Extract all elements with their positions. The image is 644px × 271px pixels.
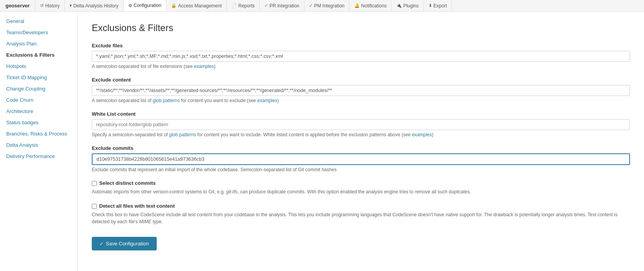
plugins-icon: 🔌 xyxy=(396,3,402,8)
page-title: Exclusions & Filters xyxy=(92,23,630,33)
nav-access-management[interactable]: 🔒 Access Management xyxy=(166,0,227,11)
whitelist-glob-link[interactable]: glob patterns xyxy=(169,132,196,137)
detect-all-files-row: Detect all files with text content xyxy=(92,203,630,209)
top-nav: geoserver ↺ History ▾ Delta Analysis His… xyxy=(0,0,644,12)
exclude-files-examples-link[interactable]: examples xyxy=(194,64,214,69)
nav-export[interactable]: ⬇ Export xyxy=(424,0,452,11)
pm-integration-icon: ✓ xyxy=(309,3,313,8)
whitelist-examples-link[interactable]: examples xyxy=(412,132,432,137)
sidebar-item-teams-developers[interactable]: Teams/Developers xyxy=(0,27,77,38)
access-management-icon: 🔒 xyxy=(171,3,177,8)
exclude-files-input[interactable] xyxy=(92,51,630,62)
select-distinct-section: Select distinct commits Automatic import… xyxy=(92,180,630,195)
sidebar-item-branches-risks-process[interactable]: Branches, Risks & Process xyxy=(0,128,77,139)
exclude-content-help: A semicolon-separated list of glob patte… xyxy=(92,98,630,103)
sidebar: General Teams/Developers Analysis Plan E… xyxy=(0,12,78,271)
main-layout: General Teams/Developers Analysis Plan E… xyxy=(0,12,644,271)
whitelist-content-input[interactable] xyxy=(92,119,630,130)
sidebar-item-architecture[interactable]: Architecture xyxy=(0,106,77,117)
sidebar-item-code-churn[interactable]: Code Churn xyxy=(0,94,77,106)
exclude-commits-section: Exclude commits Exclude commits that rep… xyxy=(92,145,630,172)
exclude-content-examples-link[interactable]: examples xyxy=(257,98,277,103)
select-distinct-label[interactable]: Select distinct commits xyxy=(99,180,156,186)
nav-reports[interactable]: 📄 Reports xyxy=(227,0,260,11)
select-distinct-checkbox[interactable] xyxy=(92,181,97,186)
save-check-icon: ✓ xyxy=(100,241,103,247)
exclude-files-label: Exclude files xyxy=(92,43,630,49)
detect-all-files-label[interactable]: Detect all files with text content xyxy=(99,203,175,209)
nav-configuration[interactable]: ⚙ Configuration xyxy=(124,0,166,11)
exclude-content-input[interactable] xyxy=(92,85,630,96)
sidebar-item-hotspots[interactable]: Hotspots xyxy=(0,61,77,72)
sidebar-item-delivery-performance[interactable]: Delivery Performance xyxy=(0,151,77,162)
nav-history[interactable]: ↺ History xyxy=(35,0,65,11)
sidebar-item-change-coupling[interactable]: Change Coupling xyxy=(0,83,77,94)
sidebar-item-delta-analysis[interactable]: Delta Analysis xyxy=(0,139,77,151)
nav-plugins-label: Plugins xyxy=(403,3,418,9)
content-area: Exclusions & Filters Exclude files A sem… xyxy=(78,12,644,271)
whitelist-content-section: White List content Specify a semicolon-s… xyxy=(92,111,630,137)
nav-pr-integration-label: PR Integration xyxy=(270,3,299,9)
nav-pm-integration-label: PM Integration xyxy=(314,3,345,9)
notifications-icon: 🔔 xyxy=(354,3,360,8)
nav-delta-analysis-history[interactable]: ▾ Delta Analysis History xyxy=(65,0,124,11)
select-distinct-desc: Automatic imports from other version-con… xyxy=(92,188,630,195)
brand: geoserver xyxy=(0,0,35,11)
nav-pm-integration[interactable]: ✓ PM Integration xyxy=(304,0,350,11)
nav-delta-analysis-history-label: Delta Analysis History xyxy=(74,3,119,9)
save-configuration-button[interactable]: ✓ Save Configuration xyxy=(92,237,157,250)
detect-all-files-desc: Check this box to have CodeScene include… xyxy=(92,211,630,225)
history-icon: ↺ xyxy=(40,3,44,8)
save-button-label: Save Configuration xyxy=(106,241,149,247)
exclude-content-label: Exclude content xyxy=(92,77,630,83)
sidebar-item-general[interactable]: General xyxy=(0,16,77,27)
exclude-commits-help: Exclude commits that represent an initia… xyxy=(92,167,630,172)
nav-plugins[interactable]: 🔌 Plugins xyxy=(392,0,424,11)
exclude-commits-input[interactable] xyxy=(92,153,630,165)
nav-pr-integration[interactable]: ✓ PR Integration xyxy=(260,0,304,11)
nav-history-label: History xyxy=(45,3,60,9)
sidebar-item-ticket-id-mapping[interactable]: Ticket ID Mapping xyxy=(0,72,77,83)
nav-access-management-label: Access Management xyxy=(178,3,222,9)
configuration-icon: ⚙ xyxy=(128,3,132,8)
nav-configuration-label: Configuration xyxy=(134,3,161,8)
detect-all-files-section: Detect all files with text content Check… xyxy=(92,203,630,225)
whitelist-content-help: Specify a semicolon-separated list of gl… xyxy=(92,132,630,137)
exclude-content-section: Exclude content A semicolon-separated li… xyxy=(92,77,630,103)
reports-icon: 📄 xyxy=(231,3,237,8)
select-distinct-row: Select distinct commits xyxy=(92,180,630,186)
delta-analysis-history-icon: ▾ xyxy=(70,3,72,8)
exclude-content-glob-link[interactable]: glob patterns xyxy=(153,98,180,103)
nav-notifications-label: Notifications xyxy=(361,3,387,9)
export-icon: ⬇ xyxy=(429,3,432,8)
whitelist-content-label: White List content xyxy=(92,111,630,117)
nav-notifications[interactable]: 🔔 Notifications xyxy=(350,0,392,11)
exclude-commits-label: Exclude commits xyxy=(92,145,630,151)
sidebar-item-exclusions-filters[interactable]: Exclusions & Filters xyxy=(0,49,77,61)
sidebar-item-status-badges[interactable]: Status badges xyxy=(0,117,77,128)
exclude-files-help: A semicolon-separated list of file exten… xyxy=(92,64,630,69)
exclude-files-section: Exclude files A semicolon-separated list… xyxy=(92,43,630,69)
sidebar-item-analysis-plan[interactable]: Analysis Plan xyxy=(0,38,77,49)
nav-reports-label: Reports xyxy=(238,3,255,9)
detect-all-files-checkbox[interactable] xyxy=(92,204,97,209)
nav-export-label: Export xyxy=(434,3,447,9)
pr-integration-icon: ✓ xyxy=(264,3,268,8)
